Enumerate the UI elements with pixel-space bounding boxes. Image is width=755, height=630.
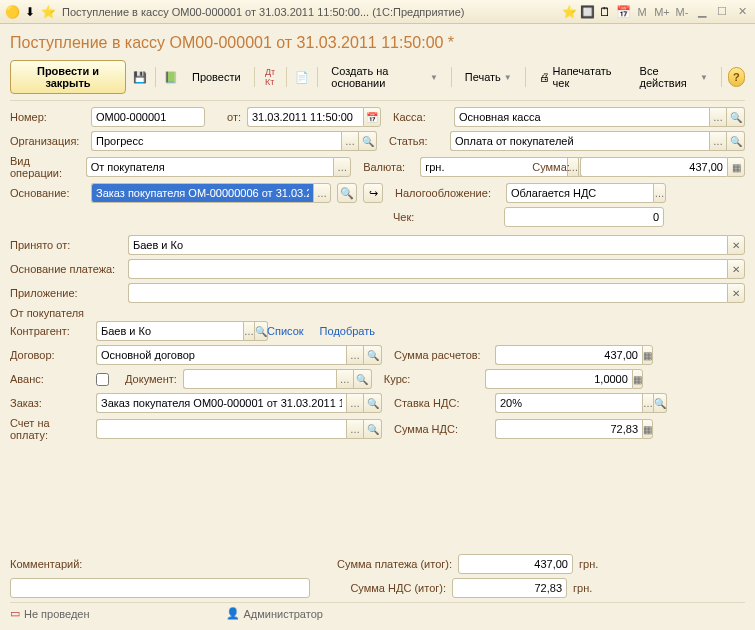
contractor-group: … 🔍: [96, 321, 251, 341]
open-icon[interactable]: 🔍: [359, 131, 377, 151]
select-icon[interactable]: …: [346, 345, 364, 365]
post-icon-btn[interactable]: 📗: [162, 66, 181, 88]
comment-input[interactable]: [10, 578, 310, 598]
minimize-btn[interactable]: ▁: [693, 4, 711, 20]
select-icon[interactable]: …: [709, 107, 727, 127]
org-input[interactable]: [91, 131, 341, 151]
open-icon[interactable]: 🔍: [354, 369, 372, 389]
order-input[interactable]: [96, 393, 346, 413]
calc-amount-input[interactable]: [495, 345, 642, 365]
open-icon[interactable]: 🔍: [364, 345, 382, 365]
invoice-input[interactable]: [96, 419, 346, 439]
date-input[interactable]: [247, 107, 363, 127]
clear-icon[interactable]: ✕: [727, 283, 745, 303]
clear-icon[interactable]: ✕: [727, 235, 745, 255]
select-icon[interactable]: …: [709, 131, 727, 151]
contract-group: … 🔍: [96, 345, 382, 365]
amount-label: Сумма:: [532, 161, 574, 173]
post-and-close-button[interactable]: Провести и закрыть: [10, 60, 126, 94]
document-title: Поступление в кассу ОМ00-000001 от 31.03…: [10, 30, 745, 60]
user-icon: 👤: [226, 607, 240, 620]
open-icon[interactable]: 🔍: [364, 419, 382, 439]
calc-icon[interactable]: ▦: [642, 419, 653, 439]
select-icon[interactable]: …: [346, 393, 364, 413]
dtct-icon[interactable]: ДтКт: [261, 66, 280, 88]
calc-icon[interactable]: ▦: [642, 345, 653, 365]
maximize-btn[interactable]: ☐: [713, 4, 731, 20]
currency-label: Валюта:: [363, 161, 414, 173]
select-icon[interactable]: …: [333, 157, 351, 177]
m-plus-btn[interactable]: M+: [653, 4, 671, 20]
doc-icon[interactable]: 📄: [292, 66, 311, 88]
contract-input[interactable]: [96, 345, 346, 365]
select-icon[interactable]: …: [346, 419, 364, 439]
post-button[interactable]: Провести: [185, 67, 248, 87]
m-minus-btn[interactable]: M-: [673, 4, 691, 20]
select-icon[interactable]: …: [642, 393, 654, 413]
m-btn[interactable]: M: [633, 4, 651, 20]
vat-amount-input[interactable]: [495, 419, 642, 439]
currency-short2: грн.: [573, 582, 592, 594]
clear-icon[interactable]: 🔍: [337, 183, 357, 203]
optype-label: Вид операции:: [10, 155, 80, 179]
order-group: … 🔍: [96, 393, 382, 413]
vat-rate-input[interactable]: [495, 393, 642, 413]
help-button[interactable]: ?: [728, 67, 745, 87]
cashbox-label: Касса:: [393, 111, 448, 123]
attachment-input[interactable]: [128, 283, 727, 303]
select-icon[interactable]: …: [341, 131, 359, 151]
print-check-button[interactable]: 🖨Напечатать чек: [532, 61, 625, 93]
tax-input[interactable]: [506, 183, 653, 203]
total-vat-input[interactable]: [452, 578, 567, 598]
create-based-button[interactable]: Создать на основании▼: [324, 61, 445, 93]
open-icon[interactable]: 🔍: [654, 393, 667, 413]
toolbar: Провести и закрыть 💾 📗 Провести ДтКт 📄 С…: [10, 60, 745, 101]
star-icon[interactable]: ⭐: [40, 4, 56, 20]
received-group: ✕: [128, 235, 745, 255]
open-icon[interactable]: 🔍: [364, 393, 382, 413]
basis-group: …: [91, 183, 331, 203]
amount-input[interactable]: [580, 157, 727, 177]
select-icon[interactable]: …: [313, 183, 331, 203]
document-input[interactable]: [183, 369, 336, 389]
check-input[interactable]: [504, 207, 664, 227]
calc-icon[interactable]: 🗒: [597, 4, 613, 20]
select-icon[interactable]: …: [653, 183, 666, 203]
optype-input[interactable]: [86, 157, 334, 177]
open-icon[interactable]: 🔍: [727, 131, 745, 151]
document-label: Документ:: [125, 373, 177, 385]
received-input[interactable]: [128, 235, 727, 255]
list-link[interactable]: Список: [267, 325, 304, 337]
all-actions-button[interactable]: Все действия▼: [633, 61, 715, 93]
received-label: Принято от:: [10, 239, 122, 251]
tool1-icon[interactable]: 🔲: [579, 4, 595, 20]
open-icon[interactable]: 🔍: [727, 107, 745, 127]
vat-amount-label: Сумма НДС:: [394, 423, 489, 435]
calendar-picker-icon[interactable]: 📅: [363, 107, 381, 127]
clear-icon[interactable]: ✕: [727, 259, 745, 279]
payment-basis-input[interactable]: [128, 259, 727, 279]
fav-icon[interactable]: ⭐: [561, 4, 577, 20]
contract-label: Договор:: [10, 349, 90, 361]
calc-icon[interactable]: ▦: [727, 157, 745, 177]
contractor-input[interactable]: [96, 321, 243, 341]
cashbox-input[interactable]: [454, 107, 709, 127]
calendar-icon[interactable]: 📅: [615, 4, 631, 20]
fill-icon[interactable]: ↪: [363, 183, 383, 203]
advance-checkbox[interactable]: [96, 373, 109, 386]
close-btn[interactable]: ✕: [733, 4, 751, 20]
order-label: Заказ:: [10, 397, 90, 409]
select-icon[interactable]: …: [336, 369, 354, 389]
article-input[interactable]: [450, 131, 709, 151]
select-icon[interactable]: …: [243, 321, 255, 341]
calc-icon[interactable]: ▦: [632, 369, 643, 389]
check-label: Чек:: [393, 211, 498, 223]
total-payment-input[interactable]: [458, 554, 573, 574]
print-button[interactable]: Печать▼: [458, 67, 519, 87]
rate-input[interactable]: [485, 369, 632, 389]
nav-down-icon[interactable]: ⬇: [22, 4, 38, 20]
save-icon[interactable]: 💾: [130, 66, 149, 88]
select-link[interactable]: Подобрать: [320, 325, 375, 337]
basis-input[interactable]: [91, 183, 313, 203]
number-input[interactable]: [91, 107, 205, 127]
